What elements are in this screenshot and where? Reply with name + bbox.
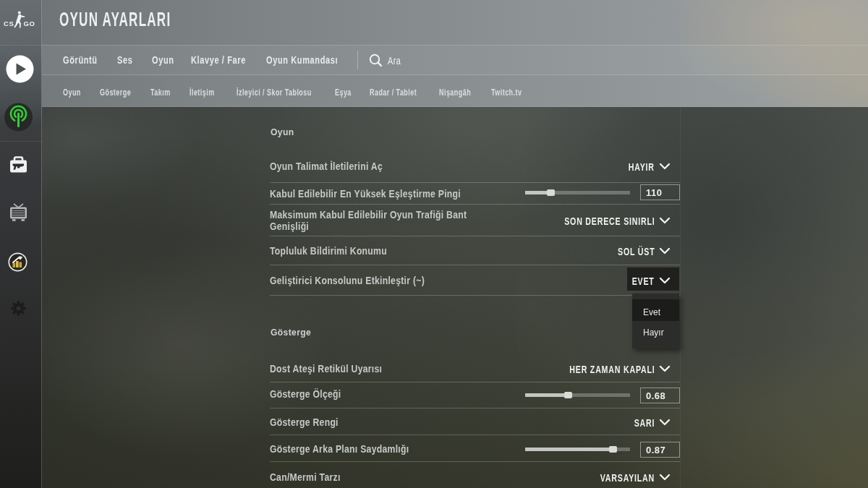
svg-text:GO: GO (24, 20, 35, 27)
svg-text:CS: CS (4, 20, 14, 27)
